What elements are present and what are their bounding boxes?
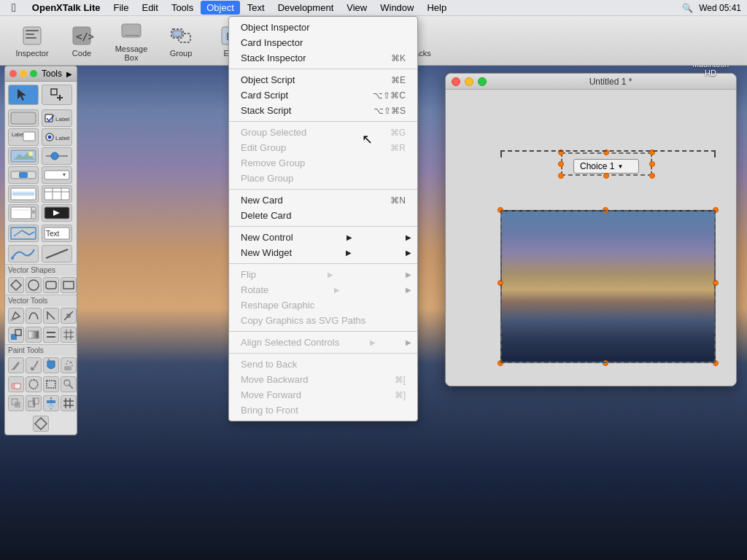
diamond-shape[interactable] bbox=[8, 277, 24, 293]
handle-tr-choice[interactable] bbox=[649, 149, 655, 155]
menu-new-card[interactable]: New Card ⌘N bbox=[229, 192, 417, 208]
menu-tools[interactable]: Tools bbox=[166, 1, 199, 15]
table-tool[interactable] bbox=[42, 185, 72, 203]
menu-development[interactable]: Development bbox=[272, 1, 340, 15]
canvas-area[interactable]: Choice 1 bbox=[446, 90, 736, 386]
magic-wand-tool[interactable] bbox=[61, 376, 77, 392]
window-maximize-button[interactable] bbox=[478, 77, 487, 86]
menu-move-forward[interactable]: Move Forward ⌘] bbox=[229, 387, 417, 402]
app-name-menu[interactable]: OpenXTalk Lite bbox=[26, 1, 107, 15]
menu-place-group[interactable]: Place Group bbox=[229, 171, 417, 186]
text-field-tool[interactable]: Text bbox=[42, 225, 72, 242]
selection-rect-tool[interactable] bbox=[43, 376, 59, 392]
menu-flip[interactable]: Flip ▶ bbox=[229, 267, 417, 282]
slider-tool[interactable] bbox=[42, 147, 72, 165]
menu-object-script[interactable]: Object Script ⌘E bbox=[229, 72, 417, 88]
menu-text[interactable]: Text bbox=[241, 1, 271, 15]
apple-menu[interactable]:  bbox=[6, 0, 22, 16]
polygon-tool[interactable] bbox=[33, 416, 49, 432]
menu-file[interactable]: File bbox=[108, 1, 135, 15]
window-minimize-button[interactable] bbox=[465, 77, 473, 86]
angle-tool[interactable] bbox=[43, 308, 59, 324]
menu-object-inspector[interactable]: Object Inspector bbox=[229, 20, 417, 35]
lasso-tool[interactable] bbox=[26, 376, 42, 392]
menu-reshape-graphic[interactable]: Reshape Graphic bbox=[229, 298, 417, 313]
shadow-tool[interactable] bbox=[8, 395, 24, 411]
menu-bring-to-front[interactable]: Bring to Front bbox=[229, 402, 417, 418]
menu-move-backward[interactable]: Move Backward ⌘[ bbox=[229, 372, 417, 387]
align-h-tool[interactable] bbox=[43, 395, 59, 411]
copy-pixels-tool[interactable] bbox=[26, 395, 42, 411]
menu-new-widget[interactable]: New Widget ▶ bbox=[229, 245, 417, 260]
menu-card-inspector[interactable]: Card Inspector bbox=[229, 35, 417, 50]
handle-br-img[interactable] bbox=[713, 360, 719, 366]
tools-maximize[interactable] bbox=[30, 70, 37, 77]
menu-group-selected[interactable]: Group Selected ⌘G bbox=[229, 125, 417, 140]
pencil-tool[interactable] bbox=[8, 357, 24, 373]
list-tool[interactable] bbox=[8, 185, 39, 203]
menu-copy-svg[interactable]: Copy Graphics as SVG Paths bbox=[229, 313, 417, 328]
grid-tool[interactable] bbox=[61, 327, 77, 343]
menu-view[interactable]: View bbox=[341, 1, 373, 15]
menu-edit[interactable]: Edit bbox=[136, 1, 163, 15]
arrow-tool[interactable] bbox=[8, 85, 39, 105]
spray-tool[interactable] bbox=[61, 357, 77, 373]
curve-tool[interactable] bbox=[8, 245, 39, 262]
vector-line-tool[interactable] bbox=[61, 308, 77, 324]
gradient-tool[interactable] bbox=[26, 327, 42, 343]
menu-send-to-back[interactable]: Send to Back bbox=[229, 357, 417, 372]
choice-widget[interactable]: Choice 1 bbox=[573, 159, 639, 174]
handle-tr-img[interactable] bbox=[713, 207, 719, 213]
menu-card-script[interactable]: Card Script ⌥⇧⌘C bbox=[229, 88, 417, 103]
menu-align-controls[interactable]: Align Selected Controls ▶ bbox=[229, 335, 417, 350]
handle-bl-choice[interactable] bbox=[558, 173, 564, 179]
menu-new-control[interactable]: New Control ▶ bbox=[229, 230, 417, 245]
graphic-tool[interactable] bbox=[8, 225, 39, 242]
hash-tool[interactable] bbox=[61, 395, 77, 411]
player-tool[interactable] bbox=[42, 204, 72, 222]
menu-remove-group[interactable]: Remove Group bbox=[229, 155, 417, 171]
handle-br-choice[interactable] bbox=[649, 173, 655, 179]
bezier-tool[interactable] bbox=[26, 308, 42, 324]
menu-object[interactable]: Object bbox=[201, 1, 240, 15]
image-tool[interactable] bbox=[8, 147, 39, 165]
dropdown-tool[interactable] bbox=[42, 166, 72, 184]
tools-close[interactable] bbox=[9, 70, 17, 77]
fill-tool[interactable] bbox=[8, 327, 24, 343]
radio-tool[interactable]: Label bbox=[42, 128, 72, 146]
handle-tc-choice[interactable] bbox=[603, 149, 609, 155]
handle-bc-img[interactable] bbox=[603, 360, 608, 366]
handle-tl-img[interactable] bbox=[498, 207, 503, 213]
handle-tl-choice[interactable] bbox=[558, 149, 564, 155]
window-close-button[interactable] bbox=[452, 77, 460, 86]
message-box-button[interactable]: ___ Message Box bbox=[108, 19, 155, 63]
handle-bc-choice[interactable] bbox=[603, 173, 609, 179]
rect-shape[interactable] bbox=[61, 277, 77, 293]
handle-ml-img[interactable] bbox=[498, 280, 503, 286]
menu-rotate[interactable]: Rotate ▶ bbox=[229, 282, 417, 298]
inspector-button[interactable]: Inspector bbox=[9, 19, 55, 63]
handle-tc-img[interactable] bbox=[603, 207, 608, 213]
menu-edit-group[interactable]: Edit Group ⌘R bbox=[229, 140, 417, 155]
handle-ml-choice[interactable] bbox=[558, 161, 564, 167]
menu-window[interactable]: Window bbox=[374, 1, 419, 15]
image-object[interactable] bbox=[500, 210, 716, 363]
insert-tool[interactable] bbox=[42, 85, 72, 105]
code-button[interactable]: </> Code bbox=[58, 19, 105, 63]
bucket-tool[interactable] bbox=[43, 357, 59, 373]
button-tool[interactable] bbox=[8, 109, 39, 127]
handle-mr-choice[interactable] bbox=[649, 161, 655, 167]
brush-tool[interactable] bbox=[26, 357, 42, 373]
menu-delete-card[interactable]: Delete Card bbox=[229, 208, 417, 223]
equal-tool[interactable] bbox=[43, 327, 59, 343]
label-tool[interactable]: Label: bbox=[8, 128, 39, 146]
scrollbar-tool[interactable] bbox=[8, 166, 39, 184]
line-tool[interactable] bbox=[42, 245, 72, 262]
menu-stack-script[interactable]: Stack Script ⌥⇧⌘S bbox=[229, 103, 417, 118]
group-button[interactable]: Group bbox=[158, 19, 204, 63]
pen-tool[interactable] bbox=[8, 308, 24, 324]
menu-help[interactable]: Help bbox=[421, 1, 452, 15]
menu-stack-inspector[interactable]: Stack Inspector ⌘K bbox=[229, 50, 417, 66]
tools-minimize[interactable] bbox=[20, 70, 27, 77]
rounded-rect-shape[interactable] bbox=[43, 277, 59, 293]
